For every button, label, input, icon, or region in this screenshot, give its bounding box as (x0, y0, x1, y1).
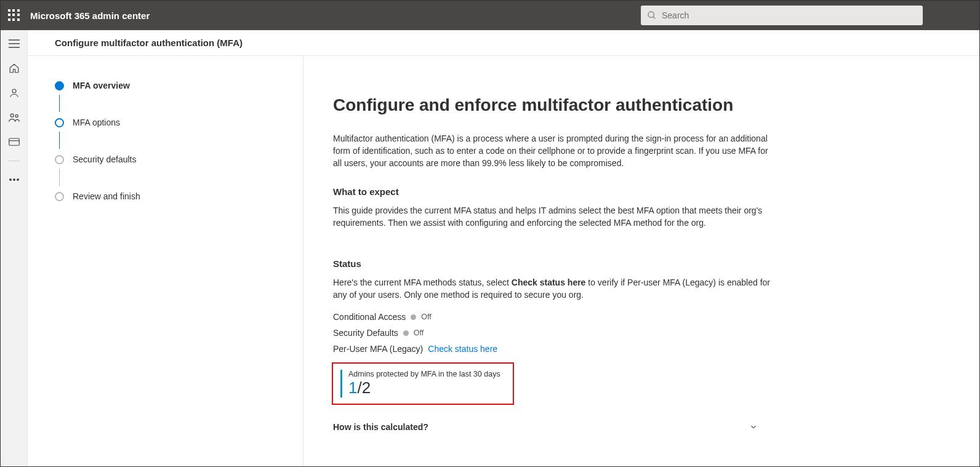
svg-point-6 (10, 114, 14, 117)
step-dot-icon (55, 155, 64, 164)
home-icon[interactable] (8, 62, 20, 74)
expander-label: How is this calculated? (333, 422, 428, 432)
svg-point-7 (15, 114, 18, 117)
svg-rect-8 (9, 138, 19, 145)
status-body-pre: Here's the current MFA methods status, s… (333, 277, 512, 287)
status-dot-icon (411, 314, 416, 320)
callout-metric: 1/2 (348, 378, 505, 397)
step-label: MFA overview (73, 81, 130, 90)
intro-text: Multifactor authentication (MFA) is a pr… (333, 132, 776, 169)
status-row-per-user-mfa: Per-User MFA (Legacy) Check status here (333, 344, 776, 354)
status-body-bold: Check status here (512, 277, 586, 287)
how-calculated-expander[interactable]: How is this calculated? (333, 417, 758, 437)
page-breadcrumb: Configure multifactor authentication (MF… (28, 30, 979, 56)
check-status-link[interactable]: Check status here (428, 344, 497, 354)
svg-point-11 (13, 179, 15, 181)
page-title: Configure and enforce multifactor authen… (333, 95, 776, 115)
groups-icon[interactable] (8, 111, 20, 124)
svg-line-1 (653, 17, 655, 18)
more-icon[interactable] (8, 174, 20, 186)
step-mfa-overview[interactable]: MFA overview (55, 81, 276, 118)
billing-icon[interactable] (8, 136, 20, 148)
nav-menu-icon[interactable] (8, 38, 20, 50)
step-label: Security defaults (73, 154, 137, 164)
status-label: Conditional Access (333, 312, 406, 322)
svg-point-10 (9, 179, 11, 181)
left-rail (1, 30, 28, 466)
chevron-down-icon (749, 423, 758, 431)
status-row-security-defaults: Security Defaults Off (333, 328, 776, 338)
app-launcher-icon[interactable] (8, 9, 20, 22)
search-box[interactable] (641, 6, 923, 25)
step-label: MFA options (73, 118, 120, 127)
search-input[interactable] (662, 10, 917, 20)
status-heading: Status (333, 258, 776, 269)
status-value: Off (421, 313, 431, 321)
step-dot-icon (55, 192, 64, 201)
search-icon (647, 10, 657, 20)
status-label: Per-User MFA (Legacy) (333, 344, 423, 354)
step-mfa-options[interactable]: MFA options (55, 118, 276, 154)
step-label: Review and finish (73, 191, 140, 201)
step-security-defaults[interactable]: Security defaults (55, 154, 276, 191)
status-row-conditional-access: Conditional Access Off (333, 312, 776, 322)
status-label: Security Defaults (333, 328, 398, 338)
svg-point-12 (17, 179, 18, 181)
step-dot-icon (55, 118, 64, 127)
status-body: Here's the current MFA methods status, s… (333, 276, 776, 301)
svg-point-5 (12, 89, 16, 93)
content-panel: Configure and enforce multifactor authen… (303, 56, 979, 466)
svg-point-0 (648, 12, 654, 17)
callout-numerator: 1 (348, 378, 357, 397)
expect-body: This guide provides the current MFA stat… (333, 204, 776, 229)
user-icon[interactable] (8, 87, 20, 99)
callout-subtitle: Admins protected by MFA in the last 30 d… (348, 370, 505, 378)
step-review-finish[interactable]: Review and finish (55, 191, 276, 201)
expect-heading: What to expect (333, 186, 776, 197)
status-value: Off (414, 329, 424, 337)
wizard-steps: MFA overview MFA options Security defaul… (28, 56, 303, 466)
admins-mfa-callout: Admins protected by MFA in the last 30 d… (332, 362, 514, 405)
top-bar: Microsoft 365 admin center (1, 1, 979, 30)
callout-denominator: /2 (357, 378, 371, 397)
status-dot-icon (403, 330, 409, 336)
step-dot-icon (55, 81, 64, 90)
app-title: Microsoft 365 admin center (30, 10, 150, 21)
rail-separator (9, 161, 20, 161)
